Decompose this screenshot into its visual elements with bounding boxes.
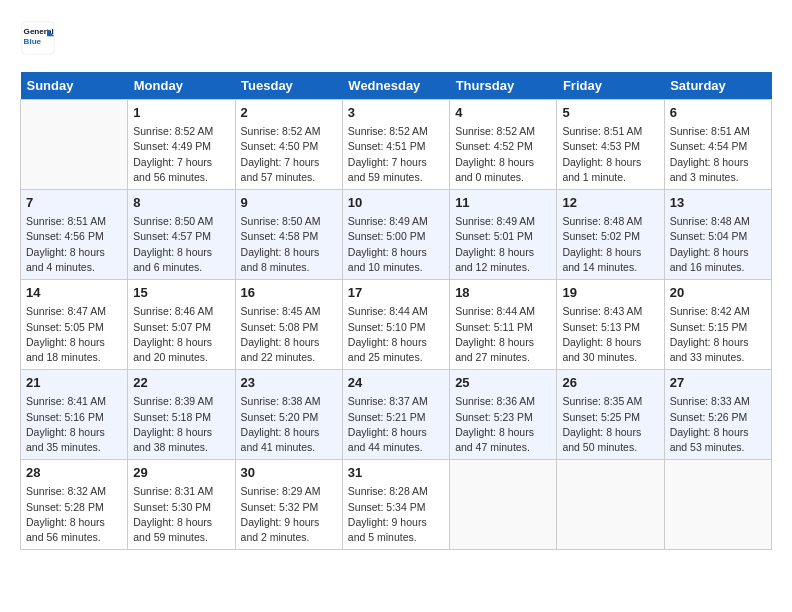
calendar-cell: 26Sunrise: 8:35 AM Sunset: 5:25 PM Dayli…: [557, 370, 664, 460]
day-info: Sunrise: 8:48 AM Sunset: 5:02 PM Dayligh…: [562, 214, 658, 275]
day-info: Sunrise: 8:41 AM Sunset: 5:16 PM Dayligh…: [26, 394, 122, 455]
day-number: 30: [241, 464, 337, 482]
weekday-header-tuesday: Tuesday: [235, 72, 342, 100]
day-number: 3: [348, 104, 444, 122]
day-number: 25: [455, 374, 551, 392]
day-info: Sunrise: 8:28 AM Sunset: 5:34 PM Dayligh…: [348, 484, 444, 545]
day-number: 27: [670, 374, 766, 392]
logo-icon: General Blue: [20, 20, 56, 56]
day-number: 17: [348, 284, 444, 302]
calendar-cell: 24Sunrise: 8:37 AM Sunset: 5:21 PM Dayli…: [342, 370, 449, 460]
day-number: 19: [562, 284, 658, 302]
day-number: 22: [133, 374, 229, 392]
calendar-cell: 7Sunrise: 8:51 AM Sunset: 4:56 PM Daylig…: [21, 190, 128, 280]
calendar-cell: 6Sunrise: 8:51 AM Sunset: 4:54 PM Daylig…: [664, 100, 771, 190]
calendar-cell: 14Sunrise: 8:47 AM Sunset: 5:05 PM Dayli…: [21, 280, 128, 370]
calendar-week-row: 21Sunrise: 8:41 AM Sunset: 5:16 PM Dayli…: [21, 370, 772, 460]
day-number: 9: [241, 194, 337, 212]
day-number: 13: [670, 194, 766, 212]
calendar-cell: 28Sunrise: 8:32 AM Sunset: 5:28 PM Dayli…: [21, 460, 128, 550]
day-info: Sunrise: 8:32 AM Sunset: 5:28 PM Dayligh…: [26, 484, 122, 545]
day-info: Sunrise: 8:48 AM Sunset: 5:04 PM Dayligh…: [670, 214, 766, 275]
day-number: 26: [562, 374, 658, 392]
calendar-table: SundayMondayTuesdayWednesdayThursdayFrid…: [20, 72, 772, 550]
calendar-cell: 8Sunrise: 8:50 AM Sunset: 4:57 PM Daylig…: [128, 190, 235, 280]
day-number: 11: [455, 194, 551, 212]
weekday-header-thursday: Thursday: [450, 72, 557, 100]
weekday-header-friday: Friday: [557, 72, 664, 100]
day-info: Sunrise: 8:50 AM Sunset: 4:58 PM Dayligh…: [241, 214, 337, 275]
day-info: Sunrise: 8:31 AM Sunset: 5:30 PM Dayligh…: [133, 484, 229, 545]
weekday-header-row: SundayMondayTuesdayWednesdayThursdayFrid…: [21, 72, 772, 100]
day-number: 20: [670, 284, 766, 302]
day-info: Sunrise: 8:39 AM Sunset: 5:18 PM Dayligh…: [133, 394, 229, 455]
day-info: Sunrise: 8:47 AM Sunset: 5:05 PM Dayligh…: [26, 304, 122, 365]
day-number: 29: [133, 464, 229, 482]
day-number: 5: [562, 104, 658, 122]
day-number: 15: [133, 284, 229, 302]
calendar-cell: 10Sunrise: 8:49 AM Sunset: 5:00 PM Dayli…: [342, 190, 449, 280]
day-info: Sunrise: 8:52 AM Sunset: 4:51 PM Dayligh…: [348, 124, 444, 185]
calendar-cell: 22Sunrise: 8:39 AM Sunset: 5:18 PM Dayli…: [128, 370, 235, 460]
day-info: Sunrise: 8:51 AM Sunset: 4:54 PM Dayligh…: [670, 124, 766, 185]
page-header: General Blue: [20, 20, 772, 56]
day-number: 31: [348, 464, 444, 482]
calendar-cell: [450, 460, 557, 550]
day-info: Sunrise: 8:33 AM Sunset: 5:26 PM Dayligh…: [670, 394, 766, 455]
day-number: 18: [455, 284, 551, 302]
weekday-header-sunday: Sunday: [21, 72, 128, 100]
calendar-cell: 4Sunrise: 8:52 AM Sunset: 4:52 PM Daylig…: [450, 100, 557, 190]
day-number: 10: [348, 194, 444, 212]
calendar-cell: [664, 460, 771, 550]
calendar-cell: 18Sunrise: 8:44 AM Sunset: 5:11 PM Dayli…: [450, 280, 557, 370]
calendar-cell: 17Sunrise: 8:44 AM Sunset: 5:10 PM Dayli…: [342, 280, 449, 370]
weekday-header-monday: Monday: [128, 72, 235, 100]
day-info: Sunrise: 8:51 AM Sunset: 4:53 PM Dayligh…: [562, 124, 658, 185]
day-number: 16: [241, 284, 337, 302]
calendar-week-row: 28Sunrise: 8:32 AM Sunset: 5:28 PM Dayli…: [21, 460, 772, 550]
calendar-cell: 9Sunrise: 8:50 AM Sunset: 4:58 PM Daylig…: [235, 190, 342, 280]
calendar-cell: 19Sunrise: 8:43 AM Sunset: 5:13 PM Dayli…: [557, 280, 664, 370]
calendar-cell: 25Sunrise: 8:36 AM Sunset: 5:23 PM Dayli…: [450, 370, 557, 460]
calendar-cell: 16Sunrise: 8:45 AM Sunset: 5:08 PM Dayli…: [235, 280, 342, 370]
calendar-cell: 29Sunrise: 8:31 AM Sunset: 5:30 PM Dayli…: [128, 460, 235, 550]
calendar-cell: 20Sunrise: 8:42 AM Sunset: 5:15 PM Dayli…: [664, 280, 771, 370]
day-info: Sunrise: 8:37 AM Sunset: 5:21 PM Dayligh…: [348, 394, 444, 455]
day-info: Sunrise: 8:42 AM Sunset: 5:15 PM Dayligh…: [670, 304, 766, 365]
day-number: 2: [241, 104, 337, 122]
calendar-cell: 23Sunrise: 8:38 AM Sunset: 5:20 PM Dayli…: [235, 370, 342, 460]
calendar-cell: 21Sunrise: 8:41 AM Sunset: 5:16 PM Dayli…: [21, 370, 128, 460]
day-number: 21: [26, 374, 122, 392]
day-info: Sunrise: 8:38 AM Sunset: 5:20 PM Dayligh…: [241, 394, 337, 455]
calendar-cell: 3Sunrise: 8:52 AM Sunset: 4:51 PM Daylig…: [342, 100, 449, 190]
calendar-week-row: 1Sunrise: 8:52 AM Sunset: 4:49 PM Daylig…: [21, 100, 772, 190]
calendar-cell: [557, 460, 664, 550]
calendar-cell: 11Sunrise: 8:49 AM Sunset: 5:01 PM Dayli…: [450, 190, 557, 280]
day-info: Sunrise: 8:36 AM Sunset: 5:23 PM Dayligh…: [455, 394, 551, 455]
calendar-cell: 12Sunrise: 8:48 AM Sunset: 5:02 PM Dayli…: [557, 190, 664, 280]
calendar-cell: [21, 100, 128, 190]
day-info: Sunrise: 8:35 AM Sunset: 5:25 PM Dayligh…: [562, 394, 658, 455]
calendar-cell: 15Sunrise: 8:46 AM Sunset: 5:07 PM Dayli…: [128, 280, 235, 370]
day-info: Sunrise: 8:46 AM Sunset: 5:07 PM Dayligh…: [133, 304, 229, 365]
day-info: Sunrise: 8:52 AM Sunset: 4:49 PM Dayligh…: [133, 124, 229, 185]
day-number: 1: [133, 104, 229, 122]
calendar-cell: 1Sunrise: 8:52 AM Sunset: 4:49 PM Daylig…: [128, 100, 235, 190]
day-info: Sunrise: 8:50 AM Sunset: 4:57 PM Dayligh…: [133, 214, 229, 275]
calendar-week-row: 14Sunrise: 8:47 AM Sunset: 5:05 PM Dayli…: [21, 280, 772, 370]
day-info: Sunrise: 8:44 AM Sunset: 5:11 PM Dayligh…: [455, 304, 551, 365]
day-info: Sunrise: 8:43 AM Sunset: 5:13 PM Dayligh…: [562, 304, 658, 365]
calendar-cell: 30Sunrise: 8:29 AM Sunset: 5:32 PM Dayli…: [235, 460, 342, 550]
day-number: 12: [562, 194, 658, 212]
day-info: Sunrise: 8:29 AM Sunset: 5:32 PM Dayligh…: [241, 484, 337, 545]
weekday-header-saturday: Saturday: [664, 72, 771, 100]
day-number: 23: [241, 374, 337, 392]
day-number: 14: [26, 284, 122, 302]
calendar-cell: 2Sunrise: 8:52 AM Sunset: 4:50 PM Daylig…: [235, 100, 342, 190]
svg-text:Blue: Blue: [24, 37, 42, 46]
day-info: Sunrise: 8:44 AM Sunset: 5:10 PM Dayligh…: [348, 304, 444, 365]
day-number: 8: [133, 194, 229, 212]
calendar-cell: 13Sunrise: 8:48 AM Sunset: 5:04 PM Dayli…: [664, 190, 771, 280]
weekday-header-wednesday: Wednesday: [342, 72, 449, 100]
day-number: 6: [670, 104, 766, 122]
